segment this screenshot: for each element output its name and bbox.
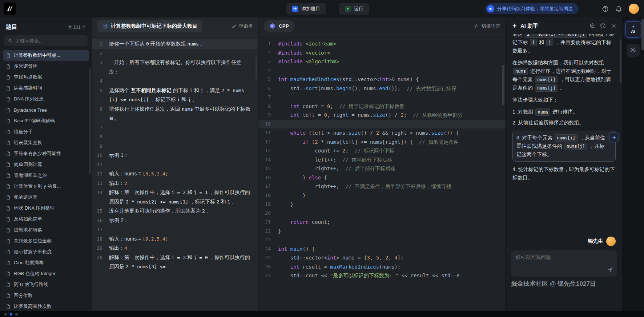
- editor-scrollbar[interactable]: [502, 65, 504, 105]
- code-token: size: [431, 130, 444, 136]
- send-icon[interactable]: [607, 266, 613, 273]
- problem-line-text: [109, 142, 251, 151]
- line-number: 22: [258, 227, 278, 236]
- text-segment: 输出：: [109, 180, 124, 186]
- sidebar-item[interactable]: 进制求和转换: [3, 225, 89, 235]
- text-segment: i: [530, 39, 537, 46]
- code-token: 2: [401, 112, 403, 118]
- sidebar-item[interactable]: 病毒感染时间: [3, 83, 89, 94]
- ai-conversation[interactable]: 满足 2 * nums[i] <= nums[j] 的前提下标记下标 i 和 j…: [506, 34, 622, 233]
- add-problem-button[interactable]: 添加题目: [286, 3, 326, 15]
- line-number: 21: [258, 218, 278, 227]
- code-token: if: [302, 139, 309, 145]
- line-number: 18: [92, 234, 109, 244]
- language-pill[interactable]: C CPP: [263, 20, 295, 32]
- switch-language-button[interactable]: 切换语言: [474, 23, 500, 29]
- taskbar-dot: [10, 313, 12, 316]
- rail-tool-button[interactable]: [627, 44, 640, 57]
- sidebar-item-label: Base32 编码和解码: [14, 118, 55, 124]
- document-icon: [6, 184, 11, 189]
- document-icon: [6, 119, 11, 123]
- ai-input-box[interactable]: [511, 250, 617, 277]
- code-line: 26 int result = maxMarkedIndices(nums);: [258, 262, 506, 272]
- code-token: ());: [388, 86, 407, 91]
- sidebar-item[interactable]: 链表聚集交换: [3, 137, 89, 148]
- code-token: [302, 41, 305, 47]
- search-input[interactable]: [15, 38, 84, 44]
- sidebar-item[interactable]: Bytedance Tree: [3, 104, 89, 115]
- code-token: <algorithm>: [306, 59, 339, 64]
- promo-banner[interactable]: 分享代码练习体验，领限量定制周边: [485, 3, 579, 14]
- rename-button[interactable]: 重命名: [232, 23, 253, 29]
- sidebar-item[interactable]: 环状 DNA 序列整理: [3, 203, 89, 214]
- ai-question-input[interactable]: [515, 254, 605, 273]
- problem-scrollbar[interactable]: [255, 57, 257, 79]
- code-token: [287, 246, 290, 252]
- sidebar-item[interactable]: 百分位数: [3, 290, 89, 301]
- code-token: right++;: [278, 183, 345, 189]
- problem-line-text: 输入：nums = [3,5,2,4]: [109, 169, 251, 179]
- sidebar-item[interactable]: DNA 序列还原: [3, 94, 89, 104]
- code-editor[interactable]: 1#include <iostream>2#include <vector>3#…: [258, 35, 506, 311]
- sidebar-item[interactable]: 拿到最多红包金额: [3, 235, 89, 246]
- code-token: int: [290, 264, 299, 270]
- sidebar-item[interactable]: 猫鱼分干: [3, 126, 89, 137]
- sidebar-scrollbar[interactable]: [89, 68, 91, 174]
- sidebar-item[interactable]: 计算整数数组中可标...: [3, 50, 89, 61]
- search-box[interactable]: [4, 35, 88, 46]
- text-segment: 和: [538, 39, 546, 45]
- close-icon[interactable]: [611, 23, 616, 29]
- text-segment: 进行排序。: [551, 109, 578, 115]
- code-token: ,: [388, 255, 394, 261]
- code-token: () /: [361, 130, 376, 136]
- sidebar-item[interactable]: 和的逆运算: [3, 192, 89, 203]
- line-number: 12: [258, 138, 278, 147]
- line-number: 4: [258, 66, 278, 75]
- sidebar-item[interactable]: 查找热点数据: [3, 72, 89, 83]
- rail-ai-button[interactable]: AI: [625, 21, 641, 38]
- sidebar-item[interactable]: Base32 编码和解码: [3, 115, 89, 126]
- sidebar-item[interactable]: 青海湖租车之旅: [3, 170, 89, 181]
- code-token: result =: [299, 264, 330, 270]
- code-token: [302, 50, 305, 56]
- text-segment: 2: [202, 208, 205, 214]
- problem-line-text: 选择两个 互不相同且未标记 的下标 i 和 j ，满足 2 * nums[i] …: [109, 86, 251, 104]
- page-scrollbar[interactable]: [641, 19, 644, 50]
- code-token: [278, 139, 302, 145]
- ai-sparkle-button[interactable]: [609, 132, 619, 142]
- code-token: count =: [299, 103, 327, 109]
- sidebar-item[interactable]: 简单四则计算: [3, 159, 89, 170]
- code-line-text: #include <algorithm>: [278, 57, 339, 66]
- problem-content[interactable]: 1给你一个下标从 0 开始的整数数组 nums 。23一开始，所有下标都没有被标…: [92, 35, 258, 311]
- sidebar-item[interactable]: 及格如此简单: [3, 214, 89, 225]
- sidebar-item[interactable]: 字符串有多少种可能性: [3, 148, 89, 159]
- run-button[interactable]: 运行: [339, 3, 369, 15]
- sidebar-item[interactable]: 最小替换子串长度: [3, 246, 89, 257]
- help-icon[interactable]: [602, 5, 609, 12]
- sidebar-item[interactable]: 阿 D 的飞行路线: [3, 279, 89, 290]
- sidebar-item[interactable]: Cion 勒索病毒: [3, 257, 89, 268]
- taskbar-dot: [4, 313, 7, 316]
- user-avatar[interactable]: [629, 4, 639, 14]
- text-segment: 从前往后遍历排序后的数组。: [518, 120, 584, 126]
- ai-scrollbar[interactable]: [620, 39, 621, 83]
- bell-icon[interactable]: [615, 5, 622, 12]
- sidebar-item[interactable]: 计算位置 x 到 y 的最...: [3, 181, 89, 192]
- sidebar-item-label: 拿到最多红包金额: [14, 238, 52, 244]
- sidebar-item[interactable]: RGB 色值转 Integer: [3, 268, 89, 279]
- problem-line-text: 给你一个下标从 0 开始的整数数组 nums 。: [109, 39, 251, 49]
- sidebar-item[interactable]: 多米诺骨牌: [3, 61, 89, 72]
- code-token: std::vector<: [278, 255, 327, 261]
- new-chat-icon[interactable]: [589, 23, 595, 29]
- text-segment: i = 3: [172, 255, 186, 260]
- history-icon[interactable]: [600, 23, 606, 29]
- text-segment: 和: [180, 96, 188, 102]
- line-number: 19: [258, 200, 278, 209]
- sidebar-item[interactable]: 比赛最高获胜次数: [3, 301, 89, 311]
- app-logo[interactable]: [4, 3, 16, 15]
- code-token: std::cout <<: [278, 273, 330, 278]
- line-number: 18: [258, 191, 278, 200]
- code-token: "最多可以标记的下标数为: ": [330, 273, 398, 278]
- code-line: 20: [258, 209, 506, 218]
- code-token: // 前半部分下标后移: [342, 157, 392, 163]
